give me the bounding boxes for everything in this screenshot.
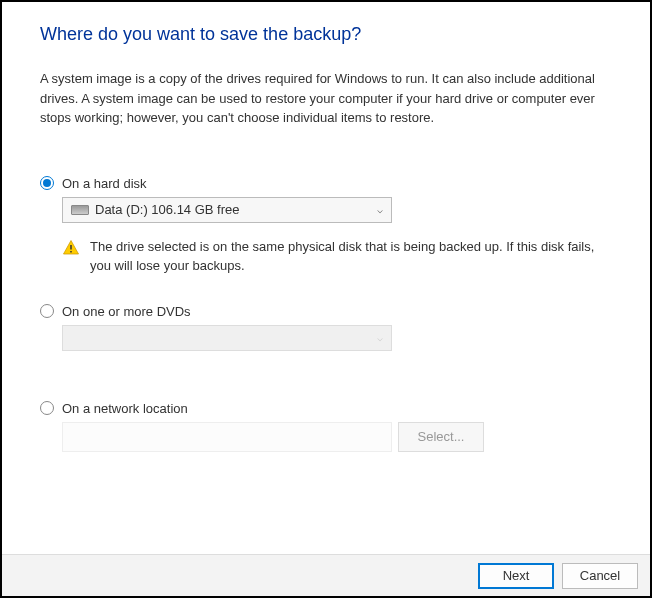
- drive-icon: [71, 205, 89, 215]
- option-dvd[interactable]: On one or more DVDs: [40, 304, 612, 319]
- option-hard-disk[interactable]: On a hard disk: [40, 176, 612, 191]
- drive-dropdown-value: Data (D:) 106.14 GB free: [95, 202, 240, 217]
- network-row: Select...: [62, 422, 612, 452]
- option-dvd-label: On one or more DVDs: [62, 304, 191, 319]
- network-path-input: [62, 422, 392, 452]
- option-hard-disk-label: On a hard disk: [62, 176, 147, 191]
- radio-hard-disk[interactable]: [40, 176, 54, 190]
- chevron-down-icon: ⌵: [377, 332, 383, 343]
- radio-dvd[interactable]: [40, 304, 54, 318]
- drive-dropdown[interactable]: Data (D:) 106.14 GB free ⌵: [62, 197, 392, 223]
- warning-text: The drive selected is on the same physic…: [90, 237, 600, 276]
- option-network[interactable]: On a network location: [40, 401, 612, 416]
- select-button: Select...: [398, 422, 484, 452]
- next-button[interactable]: Next: [478, 563, 554, 589]
- svg-rect-1: [70, 251, 72, 253]
- cancel-button[interactable]: Cancel: [562, 563, 638, 589]
- page-description: A system image is a copy of the drives r…: [40, 69, 600, 128]
- warning-row: The drive selected is on the same physic…: [62, 237, 612, 276]
- radio-network[interactable]: [40, 401, 54, 415]
- dialog-content: Where do you want to save the backup? A …: [2, 2, 650, 452]
- warning-icon: [62, 239, 80, 257]
- option-network-label: On a network location: [62, 401, 188, 416]
- svg-rect-0: [70, 245, 72, 250]
- chevron-down-icon: ⌵: [377, 204, 383, 215]
- dialog-footer: Next Cancel: [2, 554, 650, 596]
- dvd-dropdown: ⌵: [62, 325, 392, 351]
- page-title: Where do you want to save the backup?: [40, 24, 612, 45]
